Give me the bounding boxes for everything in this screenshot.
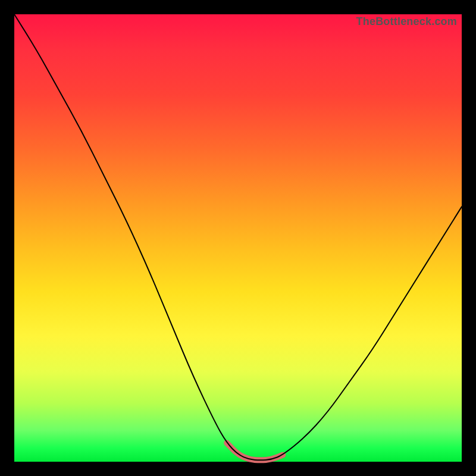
curve-line <box>14 14 462 460</box>
bottleneck-curve <box>14 14 462 462</box>
plot-area: TheBottleneck.com <box>14 14 462 462</box>
chart-frame: TheBottleneck.com <box>0 0 476 476</box>
